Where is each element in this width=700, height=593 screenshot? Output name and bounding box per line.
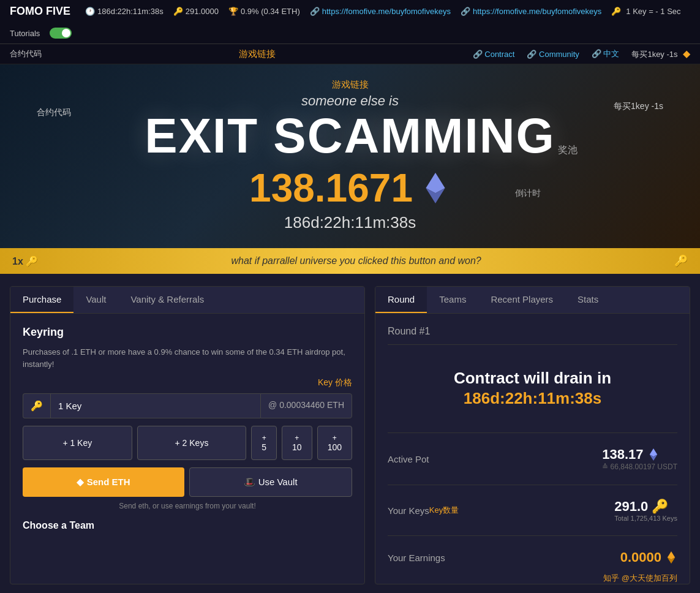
secondary-nav: 合约代码 游戏链接 🔗 Contract 🔗 Community 🔗 中文 每买… xyxy=(0,44,700,64)
main-content: Purchase Vault Vanity & Referrals Keyrin… xyxy=(0,274,700,593)
key-info: 🔑 1 Key = - 1 Sec xyxy=(611,7,680,16)
quantity-button-row: + 1 Key + 2 Keys + 5 + 10 + 100 xyxy=(23,426,352,460)
add-100-plus: + xyxy=(333,434,337,442)
your-keys-value: 291.0 🔑 xyxy=(614,499,677,515)
keyring-title: Keyring xyxy=(23,326,352,339)
drain-countdown: 186d:22h:11m:38s xyxy=(400,389,665,408)
link2-text[interactable]: https://fomofive.me/buyfomofivekeys xyxy=(473,7,601,16)
key-price-display: @ 0.00034460 ETH xyxy=(260,393,352,418)
key-quantity-input[interactable] xyxy=(50,393,260,418)
send-eth-button[interactable]: ◆ Send ETH xyxy=(23,467,184,497)
eth-icon-pot xyxy=(647,448,660,461)
add-5-val: 5 xyxy=(262,442,266,452)
your-keys-label: Your Keys xyxy=(388,505,429,516)
contract-link[interactable]: 🔗 Contract xyxy=(473,50,515,59)
add-2-keys-button[interactable]: + 2 Keys xyxy=(137,426,247,460)
drain-box: Contract will drain in 186d:22h:11m:38s xyxy=(388,355,677,420)
tab-purchase[interactable]: Purchase xyxy=(10,287,73,313)
add-5-plus: + xyxy=(262,434,266,442)
add-5-button[interactable]: + 5 xyxy=(251,426,277,460)
vault-icon-btn: 🎩 xyxy=(244,477,258,487)
banner-key-label: 1x 🔑 xyxy=(12,255,38,267)
stats-divider-1 xyxy=(388,432,677,433)
eth-small-icon: ◆ xyxy=(683,48,690,59)
timer-value: 186d:22h:11m:38s xyxy=(97,7,164,16)
contract-code-link[interactable]: 合约代码 xyxy=(10,48,42,59)
clock-icon: 🕐 xyxy=(85,7,95,16)
tab-recent-players[interactable]: Recent Players xyxy=(478,287,565,313)
tab-round[interactable]: Round xyxy=(375,287,427,313)
hero-subtitle: someone else is xyxy=(12,93,688,109)
key-info-text: 1 Key = - 1 Sec xyxy=(626,7,680,16)
add-10-val: 10 xyxy=(292,442,302,452)
community-link[interactable]: 🔗 Community xyxy=(527,50,579,59)
your-earnings-value: 0.0000 xyxy=(620,550,677,565)
link-stat-2[interactable]: 🔗 https://fomofive.me/buyfomofivekeys xyxy=(461,7,601,16)
add-100-val: 100 xyxy=(328,442,342,452)
prize-pool-label: 奖池 xyxy=(558,144,578,157)
brand-name: FOMO FIVE xyxy=(10,5,70,18)
active-pot-row: Active Pot 138.17 ≙ 66,848.00197 USDT xyxy=(388,440,677,477)
hero-section: 合约代码 每买1key -1s 游戏链接 someone else is EXI… xyxy=(0,64,700,248)
drain-title: Contract will drain in xyxy=(400,367,665,389)
choose-team-title: Choose a Team xyxy=(23,520,352,531)
hero-title: EXIT SCAMMING xyxy=(12,111,688,161)
countdown-label: 倒计时 xyxy=(515,188,541,199)
key-icon-sm: 🔑 xyxy=(611,7,621,16)
timer-stat: 🕐 186d:22h:11m:38s xyxy=(85,7,164,16)
hero-game-link: 游戏链接 xyxy=(12,79,688,91)
key-price-label: Key 价格 xyxy=(23,377,352,388)
round-content: Round #1 Contract will drain in 186d:22h… xyxy=(375,314,690,584)
tab-stats[interactable]: Stats xyxy=(565,287,611,313)
left-tab-bar: Purchase Vault Vanity & Referrals xyxy=(10,287,364,314)
use-vault-button[interactable]: 🎩 Use Vault xyxy=(189,467,352,497)
keys-value: 291.0000 xyxy=(186,7,219,16)
stats-divider-2 xyxy=(388,485,677,485)
chinese-link[interactable]: 🔗 中文 xyxy=(592,48,620,59)
key-input-row: 🔑 @ 0.00034460 ETH xyxy=(23,393,352,418)
hero-amount-value: 138.1671 xyxy=(249,165,413,211)
link-icon-2: 🔗 xyxy=(461,7,470,16)
key-icon-keys: 🔑 xyxy=(652,499,668,515)
zhihu-note: 知乎 @大天使加百列 xyxy=(603,573,677,584)
tutorials-label: Tutorials xyxy=(10,29,40,38)
link-icon-1: 🔗 xyxy=(310,7,320,16)
your-earnings-label: Your Earnings xyxy=(388,553,445,563)
link-stat-1[interactable]: 🔗 https://fomofive.me/buyfomofivekeys xyxy=(310,7,451,16)
add-100-button[interactable]: + 100 xyxy=(317,426,352,460)
right-tab-bar: Round Teams Recent Players Stats xyxy=(375,287,690,314)
eth-diamond-icon xyxy=(420,173,451,203)
trophy-icon: 🏆 xyxy=(228,7,238,16)
banner-icon: 🔑 xyxy=(674,254,688,268)
tab-vanity[interactable]: Vanity & Referrals xyxy=(118,287,216,313)
contract-code-hero: 合约代码 xyxy=(37,107,71,118)
active-pot-value-group: 138.17 ≙ 66,848.00197 USDT xyxy=(602,447,677,471)
key-input-icon: 🔑 xyxy=(23,393,50,418)
eth-icon-earnings xyxy=(665,551,677,564)
add-10-button[interactable]: + 10 xyxy=(282,426,312,460)
parallel-universe-banner[interactable]: 1x 🔑 what if parrallel universe you clic… xyxy=(0,248,700,274)
link1-text[interactable]: https://fomofive.me/buyfomofivekeys xyxy=(322,7,451,16)
game-link[interactable]: 游戏链接 xyxy=(239,48,276,59)
tab-teams[interactable]: Teams xyxy=(427,287,478,313)
hero-amount-row: 138.1671 奖池 xyxy=(12,165,688,211)
keyring-info: Purchases of .1 ETH or more have a 0.9% … xyxy=(23,346,352,370)
stats-divider-3 xyxy=(388,535,677,536)
hero-countdown: 186d:22h:11m:38s xyxy=(12,213,688,232)
round-number: Round #1 xyxy=(388,326,677,345)
active-pot-label: Active Pot xyxy=(388,454,429,464)
active-pot-value: 138.17 xyxy=(602,447,677,463)
tutorials-toggle[interactable] xyxy=(50,28,72,39)
per-key-label: 每买1key -1s xyxy=(631,50,677,59)
add-1-key-button[interactable]: + 1 Key xyxy=(23,426,132,460)
your-earnings-row: Your Earnings 0.0000 知乎 @大天使加百列 xyxy=(388,543,677,572)
action-row: ◆ Send ETH 🎩 Use Vault xyxy=(23,467,352,497)
keys-stat: 🔑 291.0000 xyxy=(173,7,219,16)
top-nav: FOMO FIVE 🕐 186d:22h:11m:38s 🔑 291.0000 … xyxy=(0,0,700,44)
purchase-panel: Keyring Purchases of .1 ETH or more have… xyxy=(10,314,364,543)
tab-vault[interactable]: Vault xyxy=(73,287,118,313)
key-icon: 🔑 xyxy=(173,7,183,16)
right-panel: Round Teams Recent Players Stats Round #… xyxy=(375,286,690,584)
your-keys-value-group: 291.0 🔑 Total 1,725,413 Keys xyxy=(614,499,677,522)
active-pot-usdt: ≙ 66,848.00197 USDT xyxy=(602,463,677,471)
